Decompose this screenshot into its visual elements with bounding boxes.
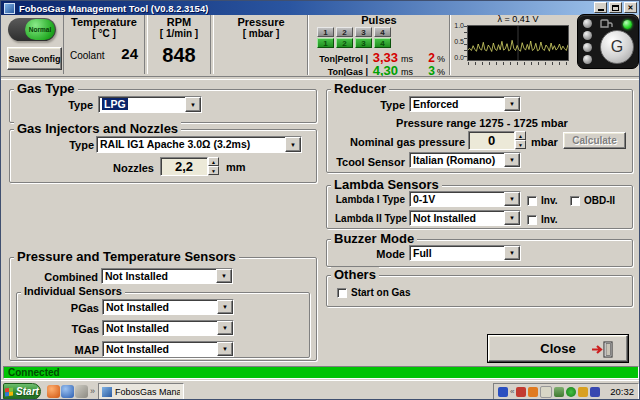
gas-injector-2[interactable]: 2 xyxy=(336,38,353,48)
lambda-sensors-group: Lambda Sensors Lambda I Type 0-1V ▼ Inv.… xyxy=(326,185,633,229)
combined-value: Not Installed xyxy=(102,269,216,283)
chevron-down-icon[interactable]: ▼ xyxy=(504,246,520,260)
spin-up-icon[interactable]: ▲ xyxy=(515,131,526,140)
petrol-injector-2[interactable]: 2 xyxy=(336,27,353,37)
injector-type-combo[interactable]: RAIL IG1 Apache 3.0Ω (3.2ms) ▼ xyxy=(96,136,302,153)
tray-collapse-icon[interactable]: « xyxy=(510,387,514,396)
lambda2-inv-checkbox[interactable]: Inv. xyxy=(527,213,557,225)
system-tray: « 20:32 xyxy=(493,383,639,400)
pt-sensors-group-title: Pressure and Temperature Sensors xyxy=(14,249,239,264)
individual-sensors-title: Individual Sensors xyxy=(21,285,125,297)
tray-language-icon[interactable] xyxy=(498,387,508,397)
title-bar[interactable]: FobosGas Management Tool (V0.8.2.3154) ✕ xyxy=(1,1,639,15)
gas-injector-4[interactable]: 4 xyxy=(374,38,391,48)
tcool-sensor-combo[interactable]: Italian (Romano) ▼ xyxy=(409,152,521,168)
chevron-down-icon[interactable]: ▼ xyxy=(216,269,232,283)
map-combo[interactable]: Not Installed ▼ xyxy=(102,341,234,357)
tray-icon-3[interactable] xyxy=(540,386,552,398)
maximize-button[interactable] xyxy=(609,2,622,13)
lambda2-type-combo[interactable]: Not Installed ▼ xyxy=(409,210,521,226)
gas-injector-3[interactable]: 3 xyxy=(355,38,372,48)
gas-type-value: LPG xyxy=(102,98,128,110)
maximize-icon xyxy=(612,5,619,11)
chevron-down-icon[interactable]: ▼ xyxy=(504,192,520,206)
combined-label: Combined xyxy=(18,271,98,283)
lambda1-type-combo[interactable]: 0-1V ▼ xyxy=(409,191,521,207)
checkbox-icon[interactable] xyxy=(527,215,537,225)
lambda2-type-label: Lambda II Type xyxy=(335,213,405,224)
gas-type-combo[interactable]: LPG ▼ xyxy=(98,96,202,113)
quick-launch-overflow-icon[interactable]: » xyxy=(90,386,95,396)
chevron-down-icon[interactable]: ▼ xyxy=(285,137,301,152)
calculate-button[interactable]: Calculate xyxy=(563,132,626,149)
petrol-injector-3[interactable]: 3 xyxy=(355,27,372,37)
petrol-injector-cells: 1 2 3 4 xyxy=(317,27,391,37)
nozzles-stepper[interactable]: ▲ ▼ xyxy=(208,157,219,175)
minimize-button[interactable] xyxy=(594,2,607,13)
spin-down-icon[interactable]: ▼ xyxy=(515,140,526,149)
tray-icon-5[interactable] xyxy=(590,387,600,397)
chevron-down-icon[interactable]: ▼ xyxy=(504,153,520,167)
pressure-title: Pressure xyxy=(214,17,308,28)
checkbox-icon[interactable] xyxy=(570,196,580,206)
save-config-button[interactable]: Save Config xyxy=(7,47,62,70)
temperature-unit: [ °C ] xyxy=(64,28,144,39)
close-window-button[interactable]: ✕ xyxy=(624,2,637,13)
quick-launch-icon-1[interactable] xyxy=(47,385,60,398)
coolant-value: 24 xyxy=(121,45,138,62)
reducer-group: Reducer Type Enforced ▼ Pressure range 1… xyxy=(326,89,633,173)
reducer-type-value: Enforced xyxy=(410,97,504,111)
start-on-gas-checkbox[interactable]: Start on Gas xyxy=(337,286,410,298)
tray-icon-2[interactable] xyxy=(528,387,538,397)
buzzer-mode-title: Buzzer Mode xyxy=(331,231,417,246)
rpm-value: 848 xyxy=(148,44,210,67)
tray-icon-4[interactable] xyxy=(578,387,588,397)
combined-combo[interactable]: Not Installed ▼ xyxy=(101,268,233,284)
lambda1-obd-checkbox[interactable]: OBD-II xyxy=(570,194,615,206)
gas-switch-label: G xyxy=(611,38,623,56)
tray-icon-1[interactable] xyxy=(516,387,526,397)
start-on-gas-label: Start on Gas xyxy=(351,287,410,298)
chevron-down-icon[interactable]: ▼ xyxy=(504,211,520,225)
taskbar: Start » FobosGas Manageme... « 20:32 xyxy=(1,380,640,400)
lambda1-inv-checkbox[interactable]: Inv. xyxy=(527,194,557,206)
chevron-down-icon[interactable]: ▼ xyxy=(217,342,233,356)
lambda-plot xyxy=(467,25,569,61)
pulses-panel: Pulses 1 2 3 4 1 2 3 4 Ton|Petrol | 3,33… xyxy=(307,15,451,75)
start-button[interactable]: Start xyxy=(3,383,41,400)
chevron-down-icon[interactable]: ▼ xyxy=(185,97,201,112)
gas-injector-1[interactable]: 1 xyxy=(317,38,334,48)
chevron-down-icon[interactable]: ▼ xyxy=(217,300,233,314)
map-value: Not Installed xyxy=(103,342,217,356)
tray-status-icon[interactable] xyxy=(566,387,576,397)
nominal-pressure-stepper[interactable]: ▲ ▼ xyxy=(515,131,526,149)
app-icon xyxy=(4,3,15,14)
reducer-group-title: Reducer xyxy=(331,81,389,96)
tray-network-icon[interactable] xyxy=(554,387,564,397)
mode-toggle[interactable]: Normal xyxy=(8,18,56,41)
nozzles-field[interactable]: 2,2 xyxy=(160,157,208,176)
quick-launch-icon-2[interactable] xyxy=(61,385,74,398)
petrol-injector-4[interactable]: 4 xyxy=(374,27,391,37)
spin-down-icon[interactable]: ▼ xyxy=(208,166,219,175)
tgas-combo[interactable]: Not Installed ▼ xyxy=(102,320,234,336)
chevron-down-icon[interactable]: ▼ xyxy=(504,97,520,111)
nominal-pressure-field[interactable]: 0 xyxy=(468,131,515,150)
individual-sensors-group: Individual Sensors PGas Not Installed ▼ … xyxy=(16,292,310,358)
window-title: FobosGas Management Tool (V0.8.2.3154) xyxy=(19,3,208,14)
taskbar-window-button[interactable]: FobosGas Manageme... xyxy=(98,383,184,400)
reducer-type-combo[interactable]: Enforced ▼ xyxy=(409,96,521,112)
checkbox-icon[interactable] xyxy=(337,288,347,298)
chevron-down-icon[interactable]: ▼ xyxy=(217,321,233,335)
quick-launch-icon-3[interactable] xyxy=(75,385,88,398)
rpm-title: RPM xyxy=(148,17,210,28)
rpm-gauge: RPM [ 1/min ] 848 xyxy=(148,15,210,74)
checkbox-icon[interactable] xyxy=(527,196,537,206)
spin-up-icon[interactable]: ▲ xyxy=(208,157,219,166)
buzzer-mode-combo[interactable]: Full ▼ xyxy=(409,245,521,261)
petrol-injector-1[interactable]: 1 xyxy=(317,27,334,37)
temperature-title: Temperature xyxy=(64,17,144,28)
close-button[interactable]: Close xyxy=(488,335,628,362)
gas-switch-button[interactable]: G xyxy=(600,30,634,64)
pgas-combo[interactable]: Not Installed ▼ xyxy=(102,299,234,315)
